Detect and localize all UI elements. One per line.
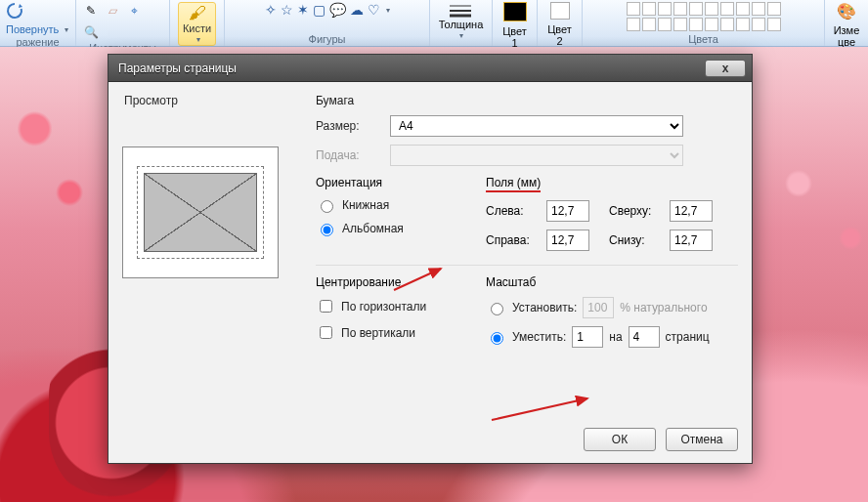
scale-set-radio[interactable] (491, 303, 503, 315)
settings-column: Бумага Размер: A4 Подача: Ориентация (308, 94, 738, 414)
ribbon-group-thickness: Толщина ▾ (430, 0, 493, 46)
color-picker-icon[interactable]: ⌖ (125, 2, 143, 20)
ok-button[interactable]: ОК (584, 428, 656, 451)
color-swatch[interactable] (705, 2, 718, 16)
color-swatch[interactable] (720, 2, 734, 16)
brush-icon: 🖌 (189, 4, 206, 21)
cancel-button[interactable]: Отмена (666, 428, 738, 451)
orientation-margins-row: Ориентация Книжная Альбомная Поля (мм) С… (316, 176, 738, 259)
color1-swatch[interactable] (503, 2, 527, 21)
margin-right-input[interactable] (546, 230, 589, 251)
color-swatch[interactable] (767, 18, 781, 31)
scale-fit-suffix: страниц (666, 330, 710, 344)
orientation-portrait-radio[interactable] (321, 200, 333, 213)
page-preview (122, 146, 279, 278)
color-swatch[interactable] (720, 18, 734, 31)
scale-fit-label: Уместить: (512, 330, 566, 344)
color-swatch[interactable] (752, 18, 765, 31)
eraser-icon[interactable]: ▱ (104, 2, 121, 20)
preview-sheet (137, 166, 264, 259)
pencil-icon[interactable]: ✎ (82, 2, 100, 20)
shape-star6-icon[interactable]: ✶ (297, 2, 309, 18)
scale-fit-rows-input[interactable] (629, 326, 660, 348)
color-swatch[interactable] (689, 18, 703, 31)
scale-fit-sep: на (609, 330, 622, 344)
rotate-button[interactable]: Повернуть (6, 23, 59, 35)
dialog-body: Просмотр Бумага Размер: A4 Подача: (108, 82, 752, 414)
centering-scale-row: Центрирование По горизонтали По вертикал… (316, 275, 738, 356)
color-swatch[interactable] (736, 18, 750, 31)
preview-content-icon (144, 173, 257, 252)
shape-star4-icon[interactable]: ✧ (265, 2, 277, 18)
chevron-down-icon[interactable]: ▾ (386, 6, 390, 15)
ribbon-group-color1: Цвет 1 (493, 0, 538, 46)
paper-size-label: Размер: (316, 119, 380, 133)
margins-heading: Поля (мм) (486, 176, 541, 192)
orientation-landscape-label: Альбомная (342, 222, 404, 235)
margin-left-input[interactable] (546, 200, 589, 222)
scale-fit-cols-input[interactable] (572, 326, 603, 348)
page-setup-dialog: Параметры страницы х Просмотр Бумага Раз… (108, 54, 753, 464)
chevron-down-icon: ▾ (196, 35, 200, 44)
dialog-titlebar[interactable]: Параметры страницы х (108, 55, 752, 82)
center-vertical-checkbox[interactable] (320, 326, 332, 339)
chevron-down-icon: ▾ (459, 31, 463, 40)
close-icon: х (722, 62, 729, 75)
color-swatch[interactable] (767, 2, 781, 16)
brushes-button[interactable]: 🖌 Кисти ▾ (178, 2, 216, 46)
color-swatch[interactable] (642, 18, 656, 31)
shape-heart-icon[interactable]: ♡ (368, 2, 380, 18)
magnifier-icon[interactable]: 🔍 (82, 23, 100, 41)
divider (316, 265, 738, 266)
color-swatch[interactable] (736, 2, 750, 16)
color-swatch[interactable] (658, 2, 672, 16)
orientation-landscape-radio[interactable] (321, 224, 333, 236)
preview-heading: Просмотр (124, 94, 308, 107)
paper-heading: Бумага (316, 94, 738, 107)
color-swatch[interactable] (752, 2, 765, 16)
ribbon-group-color2: Цвет 2 (538, 0, 583, 46)
shape-cloud-icon[interactable]: ☁ (350, 2, 364, 18)
paper-source-label: Подача: (316, 148, 380, 162)
color-swatch[interactable] (642, 2, 656, 16)
color-swatch[interactable] (689, 2, 703, 16)
chevron-down-icon: ▾ (65, 25, 68, 34)
margin-bottom-input[interactable] (670, 230, 713, 251)
color-swatch[interactable] (705, 18, 718, 31)
ribbon-group-tools: ✎ ▱ ⌖ 🔍 Инструменты (76, 0, 170, 46)
scale-section: Масштаб Установить: % натурального Умест… (486, 275, 710, 356)
color-swatch[interactable] (673, 2, 687, 16)
paper-size-select[interactable]: A4 (390, 115, 683, 137)
color-swatch[interactable] (658, 18, 672, 31)
color-swatch[interactable] (627, 18, 640, 31)
ribbon-group-rotate: Повернуть ▾ ражение (0, 0, 76, 46)
margin-top-input[interactable] (670, 200, 713, 222)
ribbon-group-edit-colors: 🎨 Изме цве (825, 0, 868, 46)
centering-section: Центрирование По горизонтали По вертикал… (316, 275, 462, 356)
color-swatch[interactable] (627, 2, 640, 16)
group-label: Цвета (688, 32, 718, 45)
margin-right-label: Справа: (486, 233, 539, 247)
center-horizontal-label: По горизонтали (341, 300, 426, 314)
center-horizontal-checkbox[interactable] (320, 300, 332, 313)
ribbon: Повернуть ▾ ражение ✎ ▱ ⌖ 🔍 Инструменты … (0, 0, 868, 47)
margin-top-label: Сверху: (609, 204, 662, 218)
centering-heading: Центрирование (316, 275, 462, 289)
margin-left-label: Слева: (486, 204, 539, 218)
color-swatch[interactable] (673, 18, 687, 31)
scale-fit-radio[interactable] (491, 332, 503, 345)
orientation-section: Ориентация Книжная Альбомная (316, 176, 462, 259)
color2-swatch[interactable] (550, 2, 570, 20)
margin-bottom-label: Снизу: (609, 233, 662, 247)
palette-icon[interactable]: 🎨 (837, 2, 856, 21)
shape-callout-icon[interactable]: 💬 (329, 2, 346, 18)
close-button[interactable]: х (705, 60, 746, 77)
thickness-icon[interactable] (447, 2, 474, 18)
ribbon-group-shapes: ✧ ☆ ✶ ▢ 💬 ☁ ♡ ▾ Фигуры (225, 0, 430, 46)
ribbon-group-color-palette: Цвета (583, 0, 825, 46)
shape-rounded-rect-icon[interactable]: ▢ (313, 2, 326, 18)
scale-set-input (583, 297, 614, 318)
scale-set-label: Установить: (512, 301, 577, 314)
shape-star5-icon[interactable]: ☆ (281, 2, 293, 18)
rotate-icon[interactable] (6, 2, 23, 20)
